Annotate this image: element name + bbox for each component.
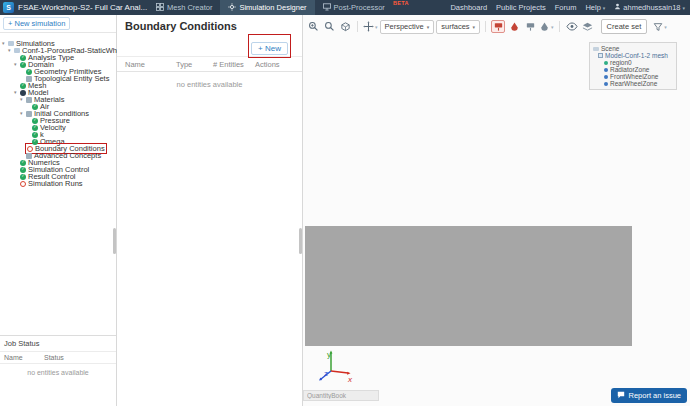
tab-label: Post-Processor xyxy=(334,3,385,12)
scene-label: Scene xyxy=(601,45,619,52)
col-name: Name xyxy=(125,60,176,69)
check-status-icon xyxy=(20,83,26,89)
new-boundary-condition-button[interactable]: + New xyxy=(251,42,288,55)
tree-item-topological-entity-sets[interactable]: Topological Entity Sets xyxy=(0,75,116,82)
scene-item-radiatorzone[interactable]: RadiatorZone xyxy=(593,66,673,73)
simscale-logo[interactable]: S xyxy=(3,2,14,13)
projection-select[interactable]: Perspective ▾ xyxy=(380,20,435,34)
tree-item-analysis-type[interactable]: Analysis Type xyxy=(0,54,116,61)
selection-filter-input[interactable] xyxy=(303,390,379,401)
reset-view-cube-icon[interactable] xyxy=(338,20,352,33)
render-mode-value: surfaces xyxy=(441,22,469,31)
nav-user-menu[interactable]: ahmedhussain18 ▾ xyxy=(614,3,685,12)
nav-dashboard[interactable]: Dashboard xyxy=(450,3,487,12)
tree-item-velocity[interactable]: Velocity xyxy=(0,124,116,131)
col-actions: Actions xyxy=(255,60,302,69)
tree-item-label: Materials xyxy=(34,95,64,104)
mesh-box-icon xyxy=(598,53,603,58)
entities-table-header: Name Type # Entities Actions xyxy=(117,56,302,72)
pan-tool-dropdown[interactable]: ▾ xyxy=(363,21,378,32)
tab-post-processor[interactable]: Post-Processor BETA xyxy=(315,0,393,15)
toolbar-separator xyxy=(559,21,560,32)
tree-item-simulation-runs[interactable]: Simulation Runs xyxy=(0,180,116,187)
mesh-bounding-box-model[interactable] xyxy=(305,226,632,346)
scene-tree-overlay: Scene Model-Conf-1-2 mesh region0 Radiat… xyxy=(589,42,677,90)
layers-icon[interactable] xyxy=(581,20,595,33)
beta-badge: BETA xyxy=(393,0,409,6)
tab-simulation-designer[interactable]: Simulation Designer xyxy=(220,0,314,15)
simulation-tree: Simulations Conf-1-PorousRad-StaticWheel… xyxy=(0,33,116,187)
scene-item-label: RadiatorZone xyxy=(610,66,649,73)
top-navigation: Dashboard Public Projects Forum Help ▾ a… xyxy=(450,0,685,15)
deselect-paint-icon[interactable] xyxy=(523,20,537,33)
zoom-in-icon[interactable] xyxy=(306,20,320,33)
initial-conditions-icon xyxy=(26,111,32,117)
top-app-bar: S FSAE-Workshop-S2- Full Car Anal... Mes… xyxy=(0,0,690,15)
scene-item-label: RearWheelZone xyxy=(610,80,657,87)
page-title: Boundary Conditions xyxy=(117,15,302,32)
job-status-header-row: Name Status xyxy=(0,351,116,364)
simulation-tree-panel: + New simulation Simulations Conf-1-Poro… xyxy=(0,15,117,406)
monitor-icon xyxy=(323,3,331,13)
tree-scrollbar-thumb[interactable] xyxy=(113,228,116,254)
viewer-3d[interactable]: ▾ Perspective ▾ surfaces ▾ xyxy=(303,15,690,406)
tab-label: Simulation Designer xyxy=(239,3,306,12)
project-title: FSAE-Workshop-S2- Full Car Anal... xyxy=(18,0,147,15)
nav-user-label: ahmedhussain18 xyxy=(623,3,680,12)
zone-color-dot-icon xyxy=(604,75,608,79)
report-issue-button[interactable]: Report an issue xyxy=(611,388,687,403)
filter-dropdown[interactable]: ▾ xyxy=(653,22,667,32)
scene-mesh-item[interactable]: Model-Conf-1-2 mesh xyxy=(593,52,673,59)
select-paint-icon[interactable] xyxy=(491,20,505,33)
toolbar-separator xyxy=(357,21,358,32)
tree-item-materials[interactable]: Materials xyxy=(0,96,116,103)
chevron-down-icon: ▾ xyxy=(427,24,430,30)
report-issue-label: Report an issue xyxy=(628,391,681,400)
boundary-conditions-panel: Boundary Conditions + New Name Type # En… xyxy=(117,15,303,406)
job-status-empty-text: no entities available xyxy=(0,364,116,376)
chevron-down-icon: ▾ xyxy=(551,24,554,30)
incomplete-status-icon xyxy=(27,146,33,152)
simscale-workbench: S FSAE-Workshop-S2- Full Car Anal... Mes… xyxy=(0,0,690,406)
model-status-icon xyxy=(20,90,26,96)
advanced-concepts-icon xyxy=(26,153,32,159)
tree-item-label: Simulation Runs xyxy=(28,179,83,188)
nav-forum[interactable]: Forum xyxy=(555,3,577,12)
chevron-down-icon: ▾ xyxy=(603,5,606,11)
main-scrollbar-thumb[interactable] xyxy=(299,228,302,254)
gear-icon xyxy=(228,3,236,13)
tab-mesh-creator[interactable]: Mesh Creator xyxy=(148,0,220,15)
entities-empty-text: no entities available xyxy=(117,72,302,89)
axis-x-label: x xyxy=(347,375,353,384)
scene-item-frontwheelzone[interactable]: FrontWheelZone xyxy=(593,73,673,80)
mesh-grid-icon xyxy=(156,3,164,13)
selection-mode-dropdown[interactable]: ▾ xyxy=(539,21,554,32)
chevron-down-icon: ▾ xyxy=(664,24,667,30)
tree-toolbar: + New simulation xyxy=(0,15,116,33)
new-row: + New xyxy=(117,32,302,56)
zoom-fit-icon[interactable] xyxy=(322,20,336,33)
nav-public-projects[interactable]: Public Projects xyxy=(496,3,546,12)
render-mode-select[interactable]: surfaces ▾ xyxy=(436,20,480,34)
scene-item-rearwheelzone[interactable]: RearWheelZone xyxy=(593,80,673,87)
scene-item-region0[interactable]: region0 xyxy=(593,59,673,66)
scene-root[interactable]: Scene xyxy=(593,45,673,52)
viewer-toolbar: ▾ Perspective ▾ surfaces ▾ xyxy=(303,15,690,34)
check-status-icon xyxy=(20,174,26,180)
scene-item-label: FrontWheelZone xyxy=(610,73,658,80)
toolbar-separator xyxy=(485,21,486,32)
chevron-down-icon: ▾ xyxy=(375,24,378,30)
job-status-col-status: Status xyxy=(44,354,64,361)
workbench-tabs: Mesh Creator Simulation Designer Post-Pr… xyxy=(148,0,393,15)
folder-icon xyxy=(14,48,20,53)
incomplete-status-icon xyxy=(20,181,26,187)
create-set-button[interactable]: Create set xyxy=(601,19,648,34)
new-simulation-button[interactable]: + New simulation xyxy=(3,17,70,30)
tree-item-mesh[interactable]: Mesh xyxy=(0,82,116,89)
scene-item-label: region0 xyxy=(610,59,632,66)
hide-selection-eye-icon[interactable] xyxy=(565,20,579,33)
axis-orientation-triad: y x z xyxy=(317,347,355,385)
nav-help-menu[interactable]: Help ▾ xyxy=(585,3,605,12)
check-status-icon xyxy=(32,104,38,110)
select-droplet-icon[interactable] xyxy=(507,20,521,33)
